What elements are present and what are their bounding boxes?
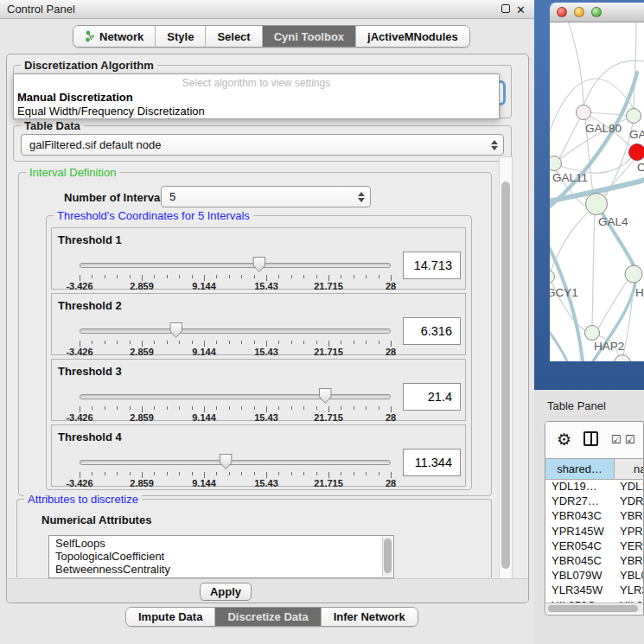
table-horizontal-scrollbar[interactable] <box>546 603 644 613</box>
list-item[interactable]: BetweennessCentrality <box>49 562 393 575</box>
column-header-shared-name[interactable]: shared… <box>545 459 615 479</box>
tab-label: Network <box>99 30 143 43</box>
slider-track[interactable] <box>80 328 391 334</box>
threshold-3-slider[interactable] <box>80 387 391 406</box>
popup-option-equal-width[interactable]: Equal Width/Frequency Discretization <box>16 105 207 118</box>
node-hap2[interactable] <box>585 326 600 341</box>
slider-thumb[interactable] <box>220 454 233 469</box>
tab-impute-data[interactable]: Impute Data <box>126 608 215 626</box>
slider-track[interactable] <box>80 263 391 268</box>
scrollbar-thumb[interactable] <box>501 182 510 569</box>
node-gal4[interactable] <box>586 194 608 215</box>
scrollbar-thumb[interactable] <box>548 605 638 612</box>
columns-icon[interactable] <box>583 431 598 446</box>
scale-label: 9.144 <box>192 281 216 291</box>
slider-thumb[interactable] <box>319 388 332 404</box>
slider-track[interactable] <box>80 394 391 399</box>
zoom-traffic-light-icon[interactable] <box>591 7 602 17</box>
table-row[interactable]: YBR045CYBR0 <box>545 554 644 569</box>
tab-select[interactable]: Select <box>206 26 262 47</box>
minimize-traffic-light-icon[interactable] <box>574 7 584 17</box>
table-row[interactable]: YDR27…YDR2 <box>545 494 644 509</box>
close-traffic-light-icon[interactable] <box>557 7 567 17</box>
scale-label: 28 <box>386 347 396 357</box>
number-of-intervals-combobox[interactable]: 5 <box>161 186 371 207</box>
close-icon[interactable]: ✕ <box>516 3 526 16</box>
slider-scale: -3.4262.8599.14415.4321.71528 <box>80 281 391 291</box>
control-panel: Control Panel ✕ Network Style Select Cyn… <box>0 0 534 644</box>
tab-discretize-data[interactable]: Discretize Data <box>215 608 321 626</box>
table-panel: Table Panel ⚙ ☑ ☑ shared… na YDL19…YDL1 … <box>534 390 644 644</box>
scale-label: -3.426 <box>66 412 92 423</box>
scrollbar-thumb[interactable] <box>384 539 392 573</box>
node-gal80[interactable] <box>577 105 591 120</box>
threshold-4-slider[interactable] <box>80 453 391 472</box>
scale-label: -3.426 <box>66 347 92 357</box>
network-view-canvas[interactable]: GAL80 GA C GAL11 GAL4 GCY1 H HAP2 <box>550 22 644 361</box>
scale-label: 15.43 <box>254 347 278 357</box>
threshold-1-slider[interactable] <box>80 256 391 275</box>
threshold-1-panel: Threshold 1 -3.4262.8599.14415.4321.7152… <box>51 227 466 290</box>
threshold-3-value-field[interactable] <box>403 383 461 411</box>
node-selected-red[interactable] <box>629 144 644 161</box>
tab-infer-network[interactable]: Infer Network <box>322 608 418 626</box>
table-header-row: shared… na <box>545 458 644 480</box>
apply-bar: Apply <box>8 578 528 603</box>
tab-cyni-toolbox[interactable]: Cyni Toolbox <box>263 26 356 47</box>
table-row[interactable]: YLR345WYLR3 <box>545 583 644 598</box>
table-row[interactable]: YBR043CYBR0 <box>545 509 644 524</box>
float-window-icon[interactable] <box>501 4 510 13</box>
thresholds-group-label: Threshold's Coordinates for 5 Intervals <box>54 209 253 222</box>
slider-thumb[interactable] <box>169 322 182 338</box>
gear-icon[interactable]: ⚙ <box>557 430 571 450</box>
table-row[interactable]: YDL19…YDL1 <box>545 480 644 494</box>
node-bottom-partial[interactable] <box>615 355 631 362</box>
threshold-2-slider[interactable] <box>80 322 391 341</box>
settings-scrollbar[interactable] <box>499 156 513 596</box>
table-row[interactable]: YBL079WYBL0 <box>545 569 644 583</box>
tab-jactivemnodules[interactable]: jActiveMNodules <box>356 26 469 47</box>
table-data-value: galFiltered.sif default node <box>29 138 161 151</box>
threshold-4-value-field[interactable] <box>403 449 461 476</box>
threshold-3-panel: Threshold 3 -3.4262.8599.14415.4321.7152… <box>51 359 466 421</box>
checkbox-icon[interactable]: ☑ <box>611 433 622 446</box>
slider-track[interactable] <box>80 460 391 465</box>
threshold-2-value-field[interactable] <box>403 317 461 345</box>
list-item[interactable]: SelfLoops <box>49 536 393 549</box>
number-of-intervals-value: 5 <box>169 190 175 203</box>
node-gal11[interactable] <box>550 156 562 171</box>
attributes-group-label: Attributes to discretize <box>24 493 142 506</box>
list-scrollbar[interactable] <box>382 537 392 577</box>
tab-style[interactable]: Style <box>156 26 206 47</box>
node-mid-right[interactable] <box>625 265 642 283</box>
table-data-group: Table Data galFiltered.sif default node <box>13 125 512 162</box>
column-header-name[interactable]: na <box>615 459 644 479</box>
control-panel-titlebar: Control Panel ✕ <box>0 0 534 19</box>
network-nodes <box>550 105 644 362</box>
table-row[interactable]: YPR145WYPR1 <box>545 525 644 539</box>
list-item[interactable]: TopologicalCoefficient <box>49 549 393 562</box>
checkbox-icon[interactable]: ☑ <box>625 433 635 446</box>
bottom-tab-bar: Impute Data Discretize Data Infer Networ… <box>125 607 418 627</box>
apply-button[interactable]: Apply <box>200 583 252 601</box>
table-row[interactable]: YER054CYER0 <box>545 539 644 554</box>
label-partial-right: C <box>637 161 644 174</box>
scale-label: 9.144 <box>192 478 216 488</box>
label-gal11: GAL11 <box>552 171 588 184</box>
popup-option-manual-discretization[interactable]: Manual Discretization <box>16 91 135 104</box>
network-window-titlebar[interactable] <box>550 3 644 22</box>
scale-label: 21.715 <box>314 412 343 423</box>
table-data-combobox[interactable]: galFiltered.sif default node <box>21 134 504 156</box>
node-gcy1[interactable] <box>550 271 555 284</box>
node-top-right[interactable] <box>627 109 641 124</box>
scale-label: 9.144 <box>192 412 216 423</box>
label-gcy1: GCY1 <box>550 286 578 299</box>
scale-label: 2.859 <box>130 347 154 357</box>
slider-thumb[interactable] <box>252 257 265 272</box>
scale-label: 2.859 <box>130 281 154 291</box>
tab-network[interactable]: Network <box>73 26 156 47</box>
threshold-1-value-field[interactable] <box>403 252 461 279</box>
discretization-algorithm-label: Discretization Algorithm <box>21 59 157 72</box>
interval-definition-label: Interval Definition <box>26 166 119 179</box>
label-partial-mid-right: H <box>635 286 644 299</box>
